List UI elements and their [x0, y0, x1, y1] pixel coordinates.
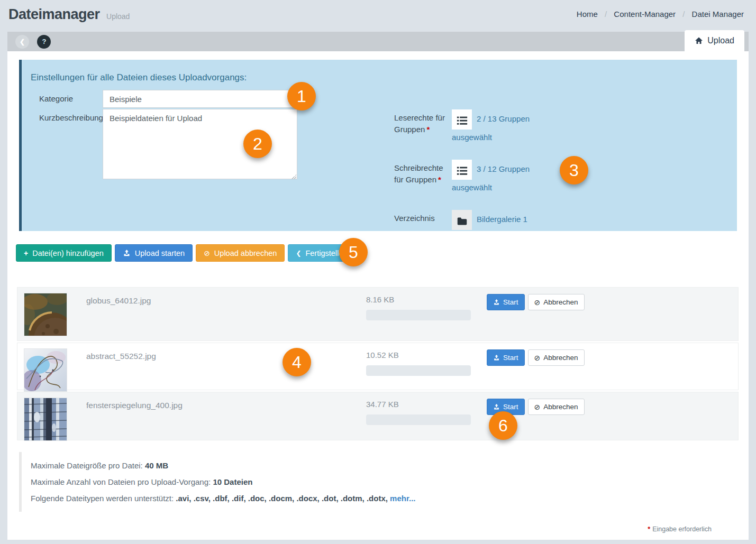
ban-icon: ⊘: [534, 354, 541, 362]
page-header: Dateimanager Upload Home / Content-Manag…: [0, 0, 756, 32]
file-size: 8.16 KB: [366, 295, 394, 304]
ban-icon: ⊘: [204, 249, 210, 257]
verzeichnis-label: Verzeichnis: [394, 210, 452, 230]
main-content: Einstellungen für alle Dateien dieses Up…: [7, 51, 749, 540]
leserechte-label: Leserechte für Gruppen*: [394, 109, 452, 145]
tab-upload-label: Upload: [707, 36, 734, 45]
breadcrumb-separator: /: [605, 10, 607, 19]
kurzbeschreibung-field-row: Kurzbeschreibung* Beispieldateien für Up…: [31, 109, 737, 181]
progress-bar: [366, 365, 471, 376]
schreibrechte-row: Schreibrechte für Gruppen* 3 / 12 Gruppe…: [394, 160, 536, 196]
file-thumbnail: [24, 348, 67, 392]
home-icon: [695, 36, 703, 45]
breadcrumb-content-manager[interactable]: Content-Manager: [614, 10, 676, 19]
leserechte-row: Leserechte für Gruppen* 2 / 13 Gruppen a…: [394, 109, 536, 145]
file-cancel-button[interactable]: ⊘ Abbrechen: [528, 399, 585, 415]
toolbar: ❮ ? Upload: [7, 32, 749, 51]
page-title: Dateimanager: [8, 6, 100, 23]
question-icon: ?: [42, 38, 46, 45]
upload-icon: [493, 403, 500, 410]
upload-icon: [493, 354, 500, 361]
file-row: abstract_55252.jpg 10.52 KB Start ⊘ Abbr…: [17, 343, 739, 390]
progress-bar: [366, 414, 471, 425]
file-name: abstract_55252.jpg: [86, 352, 156, 361]
breadcrumb-separator: /: [682, 10, 685, 19]
list-icon: [457, 115, 468, 126]
upload-icon: [493, 299, 500, 306]
file-size: 10.52 KB: [366, 351, 399, 359]
file-row: fensterspiegelung_400.jpg 34.77 KB Start…: [17, 392, 739, 440]
file-row-buttons: Start ⊘ Abbrechen: [487, 294, 585, 310]
callout-3: 3: [560, 156, 588, 185]
callout-6: 6: [489, 411, 517, 440]
file-row: globus_64012.jpg 8.16 KB Start ⊘ Abbrech…: [17, 287, 739, 341]
start-upload-button[interactable]: Upload starten: [115, 244, 193, 262]
leserechte-value: 2 / 13 Gruppen ausgewählt: [452, 109, 536, 145]
action-bar: + Datei(en) hinzufügen Upload starten ⊘ …: [16, 244, 737, 262]
max-filecount-line: Maximale Anzahl von Dateien pro Upload-V…: [31, 477, 737, 486]
plus-icon: +: [24, 249, 28, 257]
required-asterisk: *: [426, 125, 430, 134]
required-note: *Eingabe erforderlich: [19, 525, 737, 533]
progress-bar: [366, 310, 471, 320]
cancel-upload-button[interactable]: ⊘ Upload abbrechen: [196, 244, 285, 262]
upload-icon: [123, 249, 131, 257]
callout-4: 4: [283, 348, 311, 376]
resize-grip-icon[interactable]: [292, 174, 296, 179]
breadcrumb-current: Datei Manager: [692, 10, 744, 19]
ban-icon: ⊘: [534, 403, 541, 411]
list-icon: [457, 165, 468, 177]
tab-upload[interactable]: Upload: [685, 30, 744, 51]
callout-1: 1: [287, 82, 316, 110]
callout-5: 5: [339, 238, 368, 266]
more-filetypes-link[interactable]: mehr...: [390, 494, 415, 503]
ban-icon: ⊘: [534, 299, 541, 306]
file-start-button[interactable]: Start: [487, 349, 525, 366]
back-button[interactable]: ❮: [15, 35, 29, 49]
chevron-left-icon: ❮: [296, 250, 301, 257]
verzeichnis-select-button[interactable]: [452, 210, 472, 230]
file-list: globus_64012.jpg 8.16 KB Start ⊘ Abbrech…: [17, 287, 739, 440]
content-frame: ❮ ? Upload Einstellungen für alle Dateie…: [7, 32, 749, 540]
upload-settings-panel: Einstellungen für alle Dateien dieses Up…: [19, 60, 737, 231]
schreibrechte-select-button[interactable]: [452, 160, 472, 180]
kategorie-input[interactable]: [103, 90, 297, 108]
file-name: fensterspiegelung_400.jpg: [86, 401, 183, 410]
required-asterisk: *: [438, 175, 441, 184]
add-files-button[interactable]: + Datei(en) hinzufügen: [16, 244, 112, 262]
file-cancel-button[interactable]: ⊘ Abbrechen: [528, 294, 585, 310]
settings-title: Einstellungen für alle Dateien dieses Up…: [31, 72, 737, 83]
file-cancel-button[interactable]: ⊘ Abbrechen: [528, 349, 585, 366]
permissions-column: Leserechte für Gruppen* 2 / 13 Gruppen a…: [394, 109, 536, 230]
folder-icon: [457, 216, 468, 227]
breadcrumb-home[interactable]: Home: [577, 10, 598, 19]
file-start-button[interactable]: Start: [487, 294, 525, 310]
leserechte-select-button[interactable]: [452, 109, 472, 130]
chevron-left-icon: ❮: [20, 38, 25, 45]
kurzbeschreibung-label: Kurzbeschreibung*: [31, 109, 103, 181]
page-root: Dateimanager Upload Home / Content-Manag…: [0, 0, 756, 544]
verzeichnis-row: Verzeichnis Bildergalerie 1: [394, 210, 536, 230]
kategorie-field-row: Kategorie: [31, 90, 737, 108]
kategorie-label: Kategorie: [31, 90, 103, 108]
upload-limits-info: Maximale Dateigröße pro Datei: 40 MB Max…: [19, 452, 737, 512]
file-row-buttons: Start ⊘ Abbrechen: [487, 349, 585, 366]
callout-2: 2: [243, 130, 272, 158]
file-thumbnail: [24, 293, 67, 336]
required-asterisk: *: [648, 525, 650, 533]
file-size: 34.77 KB: [366, 400, 399, 409]
schreibrechte-value: 3 / 12 Gruppen ausgewählt: [452, 160, 536, 196]
schreibrechte-label: Schreibrechte für Gruppen*: [394, 160, 452, 196]
file-name: globus_64012.jpg: [86, 296, 151, 306]
breadcrumb: Home / Content-Manager / Datei Manager: [577, 10, 744, 19]
verzeichnis-link[interactable]: Bildergalerie 1: [477, 215, 527, 224]
file-thumbnail: [24, 398, 67, 441]
max-filesize-line: Maximale Dateigröße pro Datei: 40 MB: [31, 461, 737, 470]
filetypes-line: Folgende Dateitypen werden unterstützt: …: [31, 494, 737, 503]
page-subtitle: Upload: [106, 12, 130, 21]
verzeichnis-value: Bildergalerie 1: [452, 210, 536, 230]
help-button[interactable]: ?: [37, 35, 51, 49]
